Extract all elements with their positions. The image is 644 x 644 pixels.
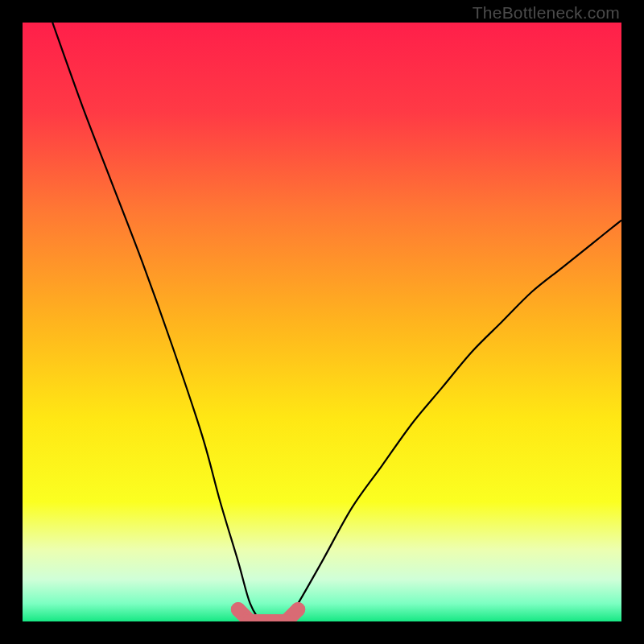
watermark-text: TheBottleneck.com <box>473 3 620 23</box>
bottleneck-curve <box>23 23 621 621</box>
curve-path <box>52 23 621 621</box>
chart-frame: TheBottleneck.com <box>0 0 644 644</box>
flat-marker-band <box>231 602 305 621</box>
svg-point-1 <box>231 602 246 617</box>
plot-area <box>23 23 621 621</box>
svg-point-6 <box>291 602 305 617</box>
